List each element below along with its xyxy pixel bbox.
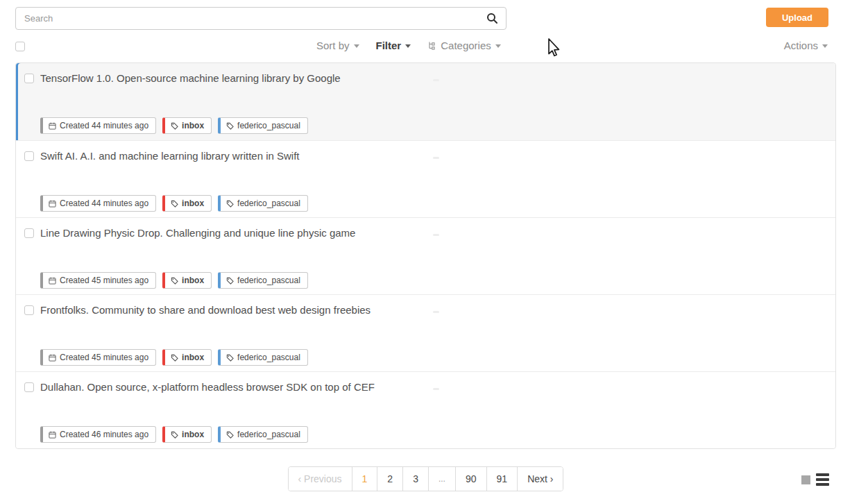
tag-icon xyxy=(171,122,178,130)
grid-view-icon[interactable] xyxy=(801,475,810,484)
tag-icon xyxy=(226,431,234,439)
tag-label: inbox xyxy=(182,276,204,285)
tag-badge[interactable]: federico_pascual xyxy=(218,195,308,212)
page-cell[interactable]: 3 xyxy=(402,467,428,491)
created-label: Created 45 minutes ago xyxy=(60,276,148,285)
actions-label: Actions xyxy=(784,40,818,51)
calendar-icon xyxy=(49,277,56,285)
tag-badge[interactable]: federico_pascual xyxy=(218,426,308,443)
excerpt-placeholder xyxy=(433,388,439,390)
tag-icon xyxy=(226,354,234,362)
list-item[interactable]: Swift AI. A.I. and machine learning libr… xyxy=(16,140,835,217)
list-item[interactable]: Frontfolks. Community to share and downl… xyxy=(16,294,835,371)
tag-icon xyxy=(171,200,178,208)
created-badge: Created 44 minutes ago xyxy=(40,117,156,134)
tag-label: federico_pascual xyxy=(237,353,300,362)
tag-icon xyxy=(226,200,234,208)
list-item[interactable]: Line Drawing Physic Drop. Challenging an… xyxy=(16,217,835,294)
item-tags: Created 44 minutes ago inbox federico_pa… xyxy=(40,117,308,134)
item-checkbox[interactable] xyxy=(24,228,34,238)
tag-label: inbox xyxy=(182,121,204,130)
page-cell: ‹ Previous xyxy=(289,467,352,491)
created-label: Created 44 minutes ago xyxy=(60,121,148,130)
page-cell: ... xyxy=(428,467,455,491)
sort-by-dropdown[interactable]: Sort by xyxy=(316,40,359,51)
item-tags: Created 44 minutes ago inbox federico_pa… xyxy=(40,195,308,212)
tag-icon xyxy=(171,277,178,285)
excerpt-placeholder xyxy=(433,311,439,313)
page-cell[interactable]: 90 xyxy=(455,467,486,491)
page-cell[interactable]: 2 xyxy=(377,467,402,491)
chevron-down-icon xyxy=(354,44,359,48)
chevron-down-icon xyxy=(822,44,828,48)
tag-icon xyxy=(226,277,234,285)
created-label: Created 45 minutes ago xyxy=(60,353,148,362)
calendar-icon xyxy=(49,354,56,362)
select-all-checkbox[interactable] xyxy=(15,42,25,51)
tag-badge[interactable]: inbox xyxy=(162,117,212,134)
tree-hierarchy-icon xyxy=(427,41,436,50)
tag-badge[interactable]: federico_pascual xyxy=(218,117,308,134)
created-badge: Created 46 minutes ago xyxy=(40,426,156,443)
tag-badge[interactable]: federico_pascual xyxy=(218,272,308,289)
tag-badge[interactable]: inbox xyxy=(162,426,212,443)
list-item[interactable]: TensorFlow 1.0. Open-source machine lear… xyxy=(16,63,835,140)
page-cell[interactable]: Next › xyxy=(517,467,563,491)
tag-label: federico_pascual xyxy=(237,430,300,439)
item-title[interactable]: Swift AI. A.I. and machine learning libr… xyxy=(40,150,300,162)
created-label: Created 44 minutes ago xyxy=(60,198,148,208)
item-checkbox[interactable] xyxy=(24,305,34,315)
page-cell[interactable]: 1 xyxy=(352,467,377,491)
list-item[interactable]: Dullahan. Open source, x-platform headle… xyxy=(16,371,835,448)
categories-label: Categories xyxy=(441,40,491,51)
categories-dropdown[interactable]: Categories xyxy=(427,40,501,51)
created-badge: Created 45 minutes ago xyxy=(40,272,156,289)
tag-label: federico_pascual xyxy=(237,121,300,130)
tag-label: inbox xyxy=(182,430,204,439)
item-title[interactable]: Line Drawing Physic Drop. Challenging an… xyxy=(40,227,355,239)
toolbar: Sort by Filter Categories Actions xyxy=(15,40,836,56)
created-badge: Created 45 minutes ago xyxy=(40,349,156,366)
page-cell[interactable]: 91 xyxy=(486,467,518,491)
search-input[interactable] xyxy=(16,8,478,29)
item-tags: Created 45 minutes ago inbox federico_pa… xyxy=(40,349,308,366)
item-tags: Created 45 minutes ago inbox federico_pa… xyxy=(40,272,308,289)
item-title[interactable]: Dullahan. Open source, x-platform headle… xyxy=(40,381,375,393)
tag-label: federico_pascual xyxy=(237,198,300,208)
tag-label: inbox xyxy=(182,353,204,362)
chevron-down-icon xyxy=(405,44,411,48)
tag-badge[interactable]: federico_pascual xyxy=(218,349,308,366)
item-checkbox[interactable] xyxy=(24,74,34,83)
tag-icon xyxy=(171,354,178,362)
calendar-icon xyxy=(49,431,56,439)
sort-by-label: Sort by xyxy=(316,40,350,51)
bookmark-list: TensorFlow 1.0. Open-source machine lear… xyxy=(15,62,836,449)
search-button[interactable] xyxy=(478,8,506,29)
filter-dropdown[interactable]: Filter xyxy=(376,40,411,51)
created-label: Created 46 minutes ago xyxy=(60,430,148,439)
pagination: ‹ Previous123...9091Next › xyxy=(15,466,836,491)
toolbar-dropdowns: Sort by Filter Categories xyxy=(316,40,501,51)
excerpt-placeholder xyxy=(433,157,439,159)
tag-icon xyxy=(171,431,178,439)
search-box xyxy=(15,7,507,30)
calendar-icon xyxy=(49,200,56,208)
tag-badge[interactable]: inbox xyxy=(162,195,212,212)
excerpt-placeholder xyxy=(433,234,439,236)
list-view-icon[interactable] xyxy=(816,473,829,486)
item-title[interactable]: TensorFlow 1.0. Open-source machine lear… xyxy=(40,72,341,84)
item-checkbox[interactable] xyxy=(24,382,34,392)
actions-dropdown[interactable]: Actions xyxy=(784,40,828,51)
item-title[interactable]: Frontfolks. Community to share and downl… xyxy=(40,304,371,316)
pagination-box: ‹ Previous123...9091Next › xyxy=(288,466,564,491)
calendar-icon xyxy=(49,122,56,130)
tag-label: federico_pascual xyxy=(237,276,300,285)
view-toggles xyxy=(801,473,829,486)
item-tags: Created 46 minutes ago inbox federico_pa… xyxy=(40,426,308,443)
tag-badge[interactable]: inbox xyxy=(162,349,212,366)
item-checkbox[interactable] xyxy=(24,151,34,161)
created-badge: Created 44 minutes ago xyxy=(40,195,156,212)
chevron-down-icon xyxy=(495,44,501,48)
tag-badge[interactable]: inbox xyxy=(162,272,212,289)
upload-button[interactable]: Upload xyxy=(766,8,828,27)
